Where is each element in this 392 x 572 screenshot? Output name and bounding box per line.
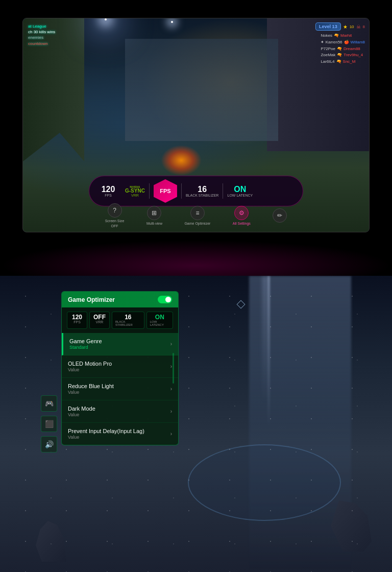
genre-title: Game Genre xyxy=(69,338,102,344)
optimizer-icon: ≡ xyxy=(190,206,205,220)
skull-count: 8 xyxy=(363,25,365,29)
menu-item-dark-left: Dark Mode Value xyxy=(68,406,95,417)
black-stab-value: 16 xyxy=(198,185,207,194)
skull-icon: ☠ xyxy=(356,24,361,30)
latency-label: Low Latency xyxy=(228,194,253,197)
edit-button[interactable]: ✏ xyxy=(273,208,287,223)
settings-icon: ⚙ xyxy=(234,206,249,220)
menu-item-game-genre[interactable]: Game Genre Standard › xyxy=(62,333,178,355)
game-background-bottom xyxy=(0,276,392,572)
all-settings-button[interactable]: ⚙ All Settings xyxy=(233,206,251,225)
chevron-right-icon: › xyxy=(170,431,172,437)
scroll-indicator xyxy=(173,353,174,384)
stat-chip-black-stab: 16 Black Stabilizer xyxy=(112,312,144,329)
input-lag-title: Prevent Input Delay(Input Lag) xyxy=(68,428,144,434)
screen-size-value: OFF xyxy=(111,224,118,228)
ground-circle xyxy=(188,444,341,521)
divider xyxy=(149,183,150,199)
stat-fps-value: 120 xyxy=(72,314,82,320)
player-row: ZoeMak🔫Trev9hu_4 xyxy=(321,52,365,59)
chevron-right-icon: › xyxy=(170,341,172,347)
rock-left xyxy=(36,521,66,562)
menu-item-blue-left: Reduce Blue Light Value xyxy=(68,383,114,395)
fps-badge-label: FPS xyxy=(160,188,170,194)
light-column-wide xyxy=(263,276,267,403)
game-mode-line1: at League xyxy=(28,23,55,29)
menu-item-oled-left: OLED Motion Pro Value xyxy=(68,361,112,372)
gsync-logo: NVIDIA G-SYNC VRR xyxy=(125,185,145,197)
stat-lat-label: Low Latency xyxy=(150,320,169,326)
optimizer-button-label: Game Optimizer xyxy=(184,222,210,225)
fps-label: FPS xyxy=(105,194,112,197)
gsync-text: G-SYNC xyxy=(125,188,145,194)
optimizer-header: Game Optimizer xyxy=(62,292,178,307)
menu-item-genre-left: Game Genre Standard xyxy=(69,338,102,350)
input-lag-value: Value xyxy=(68,435,144,440)
fps-stat: 120 FPS xyxy=(95,185,121,197)
stat-vrr-value: OFF xyxy=(93,314,106,320)
control-bar: ? Screen Size OFF ⊞ Multi-view ≡ Game Op… xyxy=(94,203,298,228)
question-icon: ? xyxy=(108,203,122,218)
spotlight-left xyxy=(105,18,107,20)
level-badge: Level 13 xyxy=(315,22,341,31)
player-list: Nokes🔫Marhit ✦ Karren56🍎Willam8 P72Poe🔫D… xyxy=(321,33,365,65)
latency-stat: ON Low Latency xyxy=(227,185,253,197)
player-row: Lar6IL4🔫Snc_M xyxy=(321,59,365,65)
building-center xyxy=(125,39,278,141)
player-row: P72Poe🔫Dream88 xyxy=(321,46,365,53)
stat-vrr-label: VRR xyxy=(96,320,104,324)
gsync-vrr: VRR xyxy=(131,194,139,197)
menu-item-oled-motion[interactable]: OLED Motion Pro Value › xyxy=(62,355,178,378)
black-stab-label: Black Stabilizer xyxy=(186,194,218,197)
game-optimizer-button[interactable]: ≡ Game Optimizer xyxy=(184,206,210,225)
muzzle-flash xyxy=(161,145,202,176)
menu-item-dark-mode[interactable]: Dark Mode Value › xyxy=(62,400,178,423)
optimizer-toggle[interactable] xyxy=(158,296,172,303)
volume-side-icon[interactable]: 🔊 xyxy=(41,436,57,452)
hud-bottom-bar: 120 FPS NVIDIA G-SYNC VRR FPS 16 Black S… xyxy=(89,176,303,206)
menu-item-input-lag[interactable]: Prevent Input Delay(Input Lag) Value › xyxy=(62,423,178,445)
blue-light-value: Value xyxy=(68,390,114,395)
multi-view-button[interactable]: ⊞ Multi-view xyxy=(146,206,162,225)
dark-mode-value: Value xyxy=(68,412,95,417)
top-game-section: at League ch 30 kills wins enemies count… xyxy=(0,0,392,250)
stat-chip-fps: 120 FPS xyxy=(67,312,87,329)
chevron-right-icon: › xyxy=(170,409,172,414)
screen-size-label: Screen Size xyxy=(105,219,125,223)
bottom-game-section: 🎮 ⬛ 🔊 Game Optimizer 120 FPS OFF VRR 16 … xyxy=(0,276,392,572)
game-mode-line2: ch 30 kills wins xyxy=(28,29,55,35)
blue-light-title: Reduce Blue Light xyxy=(68,383,114,389)
display-side-icon[interactable]: ⬛ xyxy=(41,416,57,432)
star-count: 10 xyxy=(350,25,354,29)
black-stabilizer-stat: 16 Black Stabilizer xyxy=(186,185,218,197)
multi-view-label: Multi-view xyxy=(146,222,162,225)
chevron-right-icon: › xyxy=(170,364,172,369)
all-settings-label: All Settings xyxy=(233,222,251,225)
hud-top-right: Level 13 ★ 10 ☠ 8 xyxy=(315,22,365,31)
game-mode-line3: enemies xyxy=(28,35,55,40)
player-row: ✦ Karren56🍎Willam8 xyxy=(321,39,365,46)
dark-mode-title: Dark Mode xyxy=(68,406,95,412)
multiview-icon: ⊞ xyxy=(147,206,161,220)
hud-top-left: at League ch 30 kills wins enemies count… xyxy=(28,23,55,46)
light-column xyxy=(268,276,270,429)
divider xyxy=(223,183,223,199)
game-screen-top: at League ch 30 kills wins enemies count… xyxy=(22,18,370,232)
menu-item-reduce-blue-light[interactable]: Reduce Blue Light Value › xyxy=(62,378,178,400)
stat-lat-value: ON xyxy=(155,314,164,320)
stat-chip-latency: ON Low Latency xyxy=(146,312,173,329)
fps-badge: FPS xyxy=(154,179,177,203)
spotlight-right xyxy=(171,21,173,23)
gamepad-side-icon[interactable]: 🎮 xyxy=(41,395,57,412)
stat-bs-label: Black Stabilizer xyxy=(115,320,141,326)
divider xyxy=(181,183,182,199)
star-icon: ★ xyxy=(343,24,348,30)
latency-value: ON xyxy=(234,185,246,194)
chevron-right-icon: › xyxy=(170,386,172,392)
screen-size-button[interactable]: ? Screen Size OFF xyxy=(105,203,125,228)
optimizer-stats-row: 120 FPS OFF VRR 16 Black Stabilizer ON L… xyxy=(62,307,178,333)
edit-icon: ✏ xyxy=(273,208,287,223)
stat-chip-vrr: OFF VRR xyxy=(89,312,110,329)
crosshair xyxy=(237,300,246,309)
oled-title: OLED Motion Pro xyxy=(68,361,112,367)
